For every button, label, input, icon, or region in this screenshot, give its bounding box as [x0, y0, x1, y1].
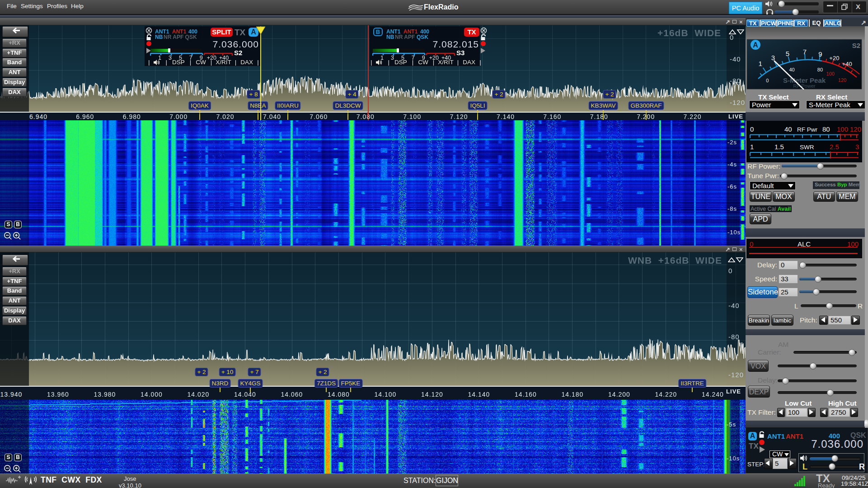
svg-text:7: 7 — [803, 48, 807, 56]
svg-text:0: 0 — [766, 78, 769, 83]
svg-text:80: 80 — [817, 67, 823, 72]
svg-text:120: 120 — [838, 77, 846, 83]
svg-text:2.5: 2.5 — [830, 144, 839, 151]
svg-text:3: 3 — [855, 144, 859, 151]
svg-text:1: 1 — [758, 60, 762, 67]
svg-text:1.5: 1.5 — [774, 144, 784, 151]
svg-text:5: 5 — [786, 50, 789, 57]
svg-text:A: A — [753, 41, 758, 49]
svg-text:1: 1 — [750, 144, 754, 151]
svg-text:S2: S2 — [852, 42, 860, 49]
svg-text:100: 100 — [826, 71, 835, 76]
svg-text:40: 40 — [784, 126, 792, 133]
svg-text:0: 0 — [750, 126, 754, 133]
svg-text:RF Power: RF Power — [793, 83, 816, 89]
svg-text:100: 100 — [837, 126, 848, 133]
svg-text:80: 80 — [822, 126, 830, 133]
svg-text:+20: +20 — [829, 55, 839, 62]
svg-text:9: 9 — [818, 50, 822, 58]
svg-text:SWR: SWR — [800, 144, 814, 151]
svg-text:120: 120 — [850, 126, 861, 133]
svg-text:RF Pwr: RF Pwr — [797, 126, 818, 133]
svg-text:40: 40 — [789, 67, 794, 72]
svg-text:+40: +40 — [842, 61, 852, 67]
